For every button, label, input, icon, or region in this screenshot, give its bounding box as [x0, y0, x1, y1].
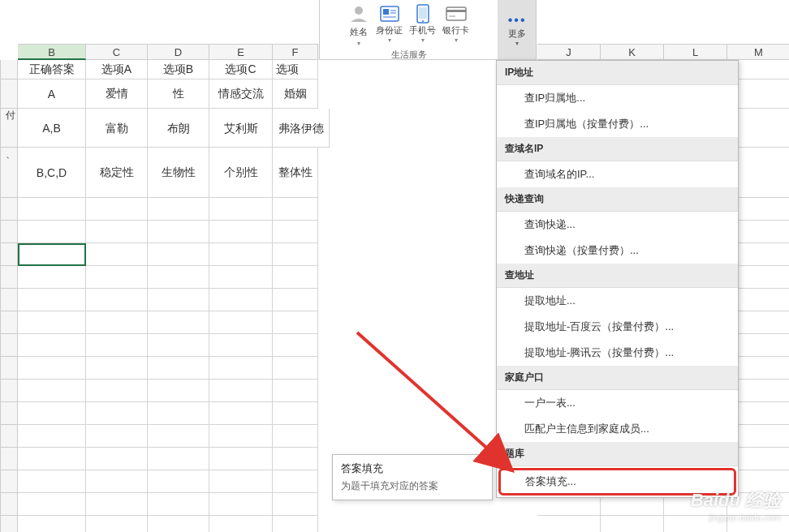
cell[interactable]: B,C,D: [18, 148, 86, 198]
cell[interactable]: [148, 221, 209, 243]
cell[interactable]: [18, 266, 86, 289]
row-header[interactable]: 付: [0, 109, 18, 148]
cell[interactable]: [209, 425, 273, 448]
col-header-C[interactable]: C: [86, 44, 148, 60]
phone-button[interactable]: 手机号 ▾: [409, 3, 436, 47]
cell[interactable]: [18, 334, 86, 357]
row-header[interactable]: [0, 79, 18, 109]
cell[interactable]: [86, 380, 148, 402]
col-header-F[interactable]: F: [273, 44, 318, 60]
col-header-D[interactable]: D: [148, 44, 209, 60]
cell[interactable]: [86, 470, 148, 493]
cell[interactable]: [86, 289, 148, 311]
cell[interactable]: 富勒: [86, 109, 148, 148]
cell[interactable]: [537, 516, 601, 532]
cell[interactable]: [273, 425, 318, 448]
cell[interactable]: [273, 448, 318, 470]
cell[interactable]: 整体性: [273, 148, 318, 198]
cell[interactable]: [209, 402, 273, 425]
row-header[interactable]: 、: [0, 148, 18, 198]
cell[interactable]: [148, 470, 209, 493]
col-header-J[interactable]: J: [537, 44, 601, 60]
active-cell[interactable]: [18, 243, 86, 266]
dd-item-answer-fill[interactable]: 答案填充...: [498, 468, 736, 496]
name-button[interactable]: 姓名 ▾: [348, 3, 369, 47]
cell[interactable]: [273, 493, 318, 516]
cell[interactable]: [273, 311, 318, 334]
cell[interactable]: [273, 380, 318, 402]
row-header[interactable]: [0, 357, 18, 380]
row-header[interactable]: [0, 60, 18, 79]
cell[interactable]: 爱情: [86, 79, 148, 109]
cell[interactable]: [209, 266, 273, 289]
cell[interactable]: [148, 243, 209, 266]
cell[interactable]: 布朗: [148, 109, 209, 148]
cell[interactable]: 艾利斯: [209, 109, 273, 148]
cell[interactable]: [148, 357, 209, 380]
cell[interactable]: [209, 198, 273, 221]
cell[interactable]: [18, 402, 86, 425]
col-header-M[interactable]: M: [727, 44, 789, 60]
row-header[interactable]: [0, 516, 18, 532]
dd-item-ip-lookup[interactable]: 查IP归属地...: [497, 85, 738, 111]
row-header[interactable]: [0, 470, 18, 493]
cell[interactable]: [209, 334, 273, 357]
cell[interactable]: [86, 357, 148, 380]
dd-item-extract-addr-baidu[interactable]: 提取地址-百度云（按量付费）...: [497, 314, 738, 340]
row-header[interactable]: [0, 198, 18, 221]
cell[interactable]: 弗洛伊德: [273, 109, 330, 148]
cell[interactable]: [148, 266, 209, 289]
cell[interactable]: [273, 470, 318, 493]
dd-item-express-paid[interactable]: 查询快递（按量付费）...: [497, 238, 738, 264]
cell[interactable]: [86, 448, 148, 470]
cell[interactable]: [18, 221, 86, 243]
cell[interactable]: [209, 357, 273, 380]
cell[interactable]: [273, 198, 318, 221]
cell[interactable]: [273, 334, 318, 357]
cell[interactable]: 稳定性: [86, 148, 148, 198]
cell[interactable]: 婚姻: [273, 79, 318, 109]
cell[interactable]: [148, 493, 209, 516]
dd-item-domain-ip[interactable]: 查询域名的IP...: [497, 161, 738, 187]
cell[interactable]: [273, 243, 318, 266]
cell[interactable]: [86, 311, 148, 334]
cell[interactable]: [209, 243, 273, 266]
cell[interactable]: [601, 516, 664, 532]
cell[interactable]: [86, 198, 148, 221]
row-header[interactable]: [0, 448, 18, 470]
cell[interactable]: [273, 289, 318, 311]
cell[interactable]: 选项C: [209, 60, 273, 79]
row-header[interactable]: [0, 380, 18, 402]
cell[interactable]: [148, 311, 209, 334]
cell[interactable]: [18, 516, 86, 532]
dd-item-ip-lookup-paid[interactable]: 查IP归属地（按量付费）...: [497, 111, 738, 137]
cell[interactable]: [86, 266, 148, 289]
more-button[interactable]: ••• 更多 ▾: [498, 0, 536, 59]
cell[interactable]: [209, 448, 273, 470]
cell[interactable]: [273, 357, 318, 380]
cell[interactable]: [18, 493, 86, 516]
cell[interactable]: [86, 221, 148, 243]
cell[interactable]: [209, 289, 273, 311]
cell[interactable]: [18, 470, 86, 493]
cell[interactable]: [86, 425, 148, 448]
cell[interactable]: [148, 516, 209, 532]
cell[interactable]: [18, 289, 86, 311]
cell[interactable]: [18, 425, 86, 448]
cell[interactable]: [273, 221, 318, 243]
cell[interactable]: [86, 493, 148, 516]
col-header-L[interactable]: L: [664, 44, 727, 60]
row-header[interactable]: [0, 402, 18, 425]
cell[interactable]: [664, 516, 727, 532]
cell[interactable]: [86, 516, 148, 532]
cell[interactable]: [18, 357, 86, 380]
row-header[interactable]: [0, 493, 18, 516]
cell[interactable]: A,B: [18, 109, 86, 148]
row-header[interactable]: [0, 334, 18, 357]
cell[interactable]: [148, 198, 209, 221]
cell[interactable]: [86, 402, 148, 425]
cell[interactable]: [727, 516, 789, 532]
cell[interactable]: [148, 448, 209, 470]
cell[interactable]: [18, 380, 86, 402]
cell[interactable]: [209, 380, 273, 402]
